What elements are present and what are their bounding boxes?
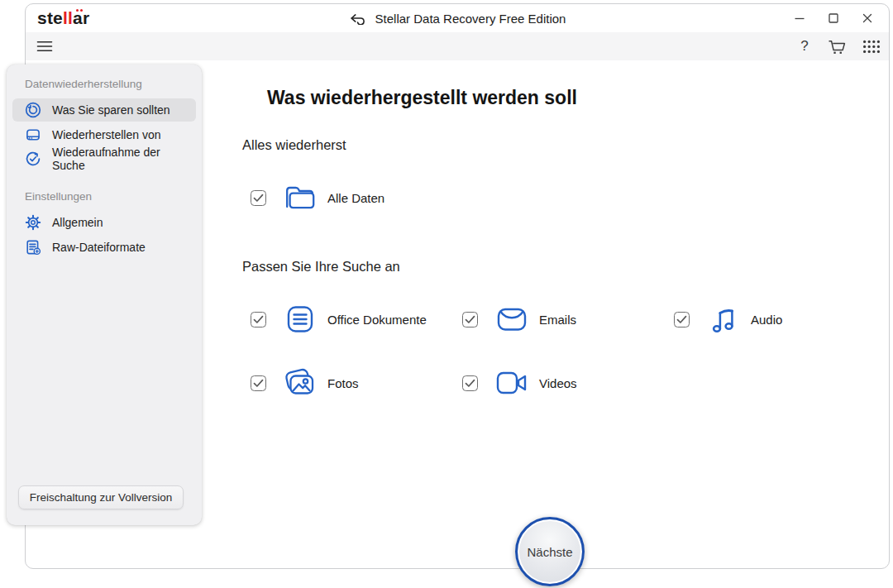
toolbar-right-group: ? bbox=[798, 38, 881, 55]
activate-full-version-button[interactable]: Freischaltung zur Vollversion bbox=[18, 485, 184, 509]
customize-search-heading: Passen Sie Ihre Suche an bbox=[242, 259, 400, 275]
window-title-area: Stellar Data Recovery Free Edition bbox=[26, 4, 889, 32]
list-item-alle-daten[interactable]: Alle Daten bbox=[242, 179, 384, 216]
sidebar-item-wiederherstellen-von[interactable]: Wiederherstellen von bbox=[12, 123, 196, 146]
help-icon[interactable]: ? bbox=[798, 38, 811, 55]
sidebar-item-label: Wiederherstellen von bbox=[52, 128, 161, 141]
videos-label: Videos bbox=[539, 376, 577, 390]
alle-daten-checkbox[interactable] bbox=[251, 190, 266, 206]
gear-icon bbox=[25, 214, 41, 231]
alle-daten-label: Alle Daten bbox=[327, 191, 384, 205]
raw-file-icon bbox=[25, 239, 41, 256]
sidebar-item-label: Was Sie sparen sollten bbox=[52, 103, 170, 117]
close-icon[interactable] bbox=[856, 7, 879, 30]
sidebar-item-label: Allgemein bbox=[52, 216, 103, 229]
sidebar-section-einstellungen: Einstellungen bbox=[25, 189, 202, 203]
sidebar-item-raw-dateiformate[interactable]: Raw-Dateiformate bbox=[12, 236, 196, 259]
back-arrow-icon bbox=[349, 12, 367, 25]
maximize-icon[interactable] bbox=[822, 7, 845, 30]
restore-icon bbox=[25, 102, 41, 118]
sidebar-section-datenwiederherstellung: Datenwiederherstellung bbox=[25, 77, 202, 91]
resume-search-icon bbox=[25, 151, 41, 167]
emails-label: Emails bbox=[539, 313, 576, 327]
video-camera-icon bbox=[493, 370, 531, 396]
list-item-office-dokumente[interactable]: Office Dokumente bbox=[242, 301, 427, 337]
office-dokumente-checkbox[interactable] bbox=[251, 312, 266, 327]
audio-label: Audio bbox=[751, 313, 782, 327]
list-item-emails[interactable]: Emails bbox=[454, 301, 576, 337]
recover-all-heading: Alles wiederherst bbox=[242, 137, 346, 153]
window-controls bbox=[788, 4, 879, 32]
page-title: Was wiederhergestellt werden soll bbox=[267, 87, 577, 109]
window-title: Stellar Data Recovery Free Edition bbox=[375, 12, 566, 26]
titlebar: stellar Stellar Data Recovery Free Editi… bbox=[26, 4, 889, 32]
sidebar-item-label: Wiederaufnahme der Suche bbox=[52, 146, 196, 172]
cart-icon[interactable] bbox=[827, 38, 847, 55]
list-item-videos[interactable]: Videos bbox=[454, 365, 577, 401]
list-item-fotos[interactable]: Fotos bbox=[242, 365, 359, 401]
sidebar: Datenwiederherstellung Was Sie sparen so… bbox=[7, 65, 202, 525]
audio-checkbox[interactable] bbox=[674, 312, 690, 327]
sidebar-item-was-sie-sparen-sollten[interactable]: Was Sie sparen sollten bbox=[12, 98, 196, 122]
list-item-audio[interactable]: Audio bbox=[666, 301, 782, 337]
app-grid-icon[interactable] bbox=[862, 40, 881, 54]
folder-icon bbox=[281, 183, 319, 213]
next-button[interactable]: Nächste bbox=[515, 517, 585, 586]
sidebar-item-allgemein[interactable]: Allgemein bbox=[12, 211, 196, 234]
office-dokumente-label: Office Dokumente bbox=[327, 313, 427, 327]
fotos-label: Fotos bbox=[327, 376, 359, 390]
document-icon bbox=[281, 304, 319, 335]
videos-checkbox[interactable] bbox=[462, 375, 478, 391]
emails-checkbox[interactable] bbox=[462, 312, 478, 327]
sidebar-item-label: Raw-Dateiformate bbox=[52, 241, 146, 254]
music-note-icon bbox=[704, 304, 743, 335]
minimize-icon[interactable] bbox=[788, 7, 811, 30]
toolbar: ? bbox=[26, 32, 889, 60]
sidebar-item-wiederaufnahme-der-suche[interactable]: Wiederaufnahme der Suche bbox=[12, 147, 196, 170]
drive-icon bbox=[25, 127, 41, 143]
hamburger-menu-icon[interactable] bbox=[36, 40, 53, 53]
photos-icon bbox=[281, 367, 319, 399]
fotos-checkbox[interactable] bbox=[251, 375, 266, 391]
email-icon bbox=[493, 305, 531, 333]
